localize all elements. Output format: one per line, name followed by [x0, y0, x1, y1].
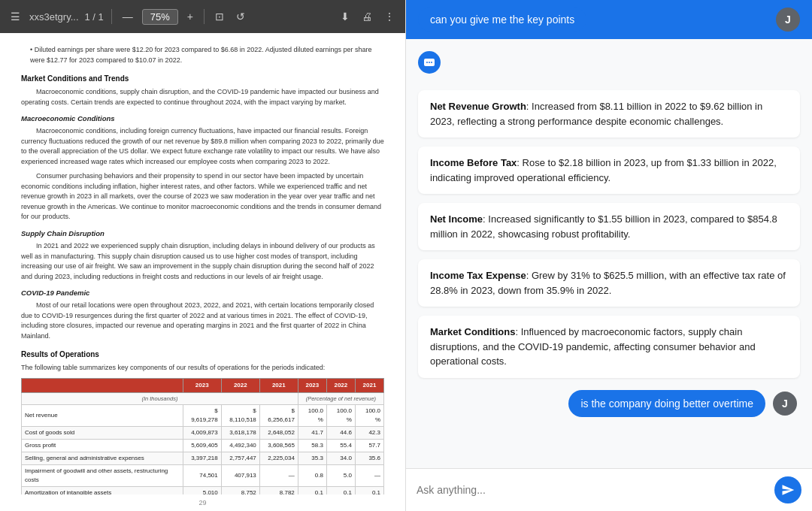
pdf-subsection3-heading: COVID-19 Pandemic: [21, 288, 384, 298]
table-cell: —: [259, 465, 298, 487]
response-point: Market Conditions: Influenced by macroec…: [418, 316, 800, 378]
chat-header: can you give me the key points J: [406, 0, 812, 39]
table-cell: Net revenue: [22, 405, 183, 427]
svg-rect-2: [429, 62, 430, 63]
table-subheader-right: (Percentage of net revenue): [298, 392, 383, 404]
table-cell: 100.0 %: [326, 405, 355, 427]
pdf-subsection2-heading: Supply Chain Disruption: [21, 228, 384, 239]
table-cell: 0.8: [298, 465, 326, 487]
pdf-panel: ☰ xxs3etgry... 1 / 1 — 75% + ⊡ ↺ ⬇ 🖨 ⋮ •…: [0, 0, 406, 511]
table-cell: 8,782: [259, 487, 298, 495]
table-row: Amortization of intangible assets5,0108,…: [22, 487, 384, 495]
table-header-2023b: 2023: [298, 378, 326, 392]
table-header-2021b: 2021: [355, 378, 383, 392]
table-cell: 0.1: [326, 487, 355, 495]
chat-messages: Net Revenue Growth: Increased from $8.11…: [406, 39, 812, 468]
chat-input[interactable]: [417, 484, 768, 496]
pdf-section1-para: Macroeconomic conditions, supply chain d…: [21, 87, 384, 107]
assistant-icon: [418, 51, 441, 74]
download-button[interactable]: ⬇: [338, 9, 353, 24]
table-cell: Impairment of goodwill and other assets,…: [22, 465, 183, 487]
pdf-section2-heading: Results of Operations: [21, 349, 384, 360]
table-row: Impairment of goodwill and other assets,…: [22, 465, 384, 487]
pdf-content: • Diluted earnings per share were $12.20…: [0, 33, 405, 494]
table-cell: Gross profit: [22, 440, 183, 452]
zoom-level[interactable]: 75%: [142, 9, 178, 25]
svg-rect-1: [426, 62, 428, 63]
send-button[interactable]: [774, 476, 801, 503]
menu-icon[interactable]: ☰: [8, 9, 23, 24]
table-cell: 57.7: [355, 440, 383, 452]
pdf-title: xxs3etgry...: [29, 11, 79, 23]
response-point: Net Income: Increased significantly to $…: [418, 203, 800, 250]
user-avatar2: J: [773, 392, 797, 416]
user-avatar1: J: [776, 8, 800, 32]
table-header-2023a: 2023: [183, 378, 221, 392]
table-cell: 2,648,052: [259, 427, 298, 440]
table-header-2022b: 2022: [326, 378, 355, 392]
pdf-subsection3-para: Most of our retail locations were open t…: [21, 301, 384, 341]
chat-panel: can you give me the key points J Net Rev…: [406, 0, 812, 511]
response-point: Income Tax Expense: Grew by 31% to $625.…: [418, 259, 800, 307]
chat-input-row: [406, 468, 812, 511]
more-button[interactable]: ⋮: [381, 9, 398, 24]
pdf-page-number: 29: [0, 494, 405, 511]
table-row: Selling, general and administrative expe…: [22, 452, 384, 465]
table-cell: 3,397,218: [183, 452, 221, 465]
assistant-icon-row: [418, 51, 800, 78]
table-cell: 74,501: [183, 465, 221, 487]
table-cell: 58.3: [298, 440, 326, 452]
zoom-in-button[interactable]: +: [184, 9, 196, 24]
table-cell: 100.0 %: [298, 405, 326, 427]
table-cell: Amortization of intangible assets: [22, 487, 183, 495]
table-cell: 44.6: [326, 427, 355, 440]
table-cell: 35.3: [298, 452, 326, 465]
fit-button[interactable]: ⊡: [212, 9, 227, 24]
table-cell: 0.1: [355, 487, 383, 495]
table-cell: —: [355, 465, 383, 487]
table-cell: 100.0 %: [355, 405, 383, 427]
pdf-subsection1-para1: Macroeconomic conditions, including fore…: [21, 126, 384, 167]
response-point: Income Before Tax: Rose to $2.18 billion…: [418, 147, 800, 194]
response-point: Net Revenue Growth: Increased from $8.11…: [418, 90, 800, 138]
table-cell: 0.1: [298, 487, 326, 495]
pdf-table-intro: The following table summarizes key compo…: [21, 363, 384, 373]
table-header-2022a: 2022: [221, 378, 259, 392]
table-cell: 34.0: [326, 452, 355, 465]
pdf-bullet-text: • Diluted earnings per share were $12.20…: [21, 45, 384, 65]
table-cell: 42.3: [355, 427, 383, 440]
table-row: Gross profit5,609,4054,492,3403,608,5655…: [22, 440, 384, 452]
pdf-subsection2-para: In 2021 and 2022 we experienced supply c…: [21, 241, 384, 282]
table-cell: 2,757,447: [221, 452, 259, 465]
table-cell: 55.4: [326, 440, 355, 452]
user-query1-bubble: can you give me the key points: [418, 8, 586, 32]
toolbar-separator2: [204, 9, 205, 24]
toolbar-separator: [111, 9, 112, 24]
table-cell: $ 6,256,617: [259, 405, 298, 427]
table-cell: 407,913: [221, 465, 259, 487]
table-cell: 35.6: [355, 452, 383, 465]
table-cell: 5,609,405: [183, 440, 221, 452]
zoom-out-button[interactable]: —: [120, 9, 136, 24]
table-cell: 5,010: [183, 487, 221, 495]
user-message-row2: is the company doing better overtime J: [418, 390, 800, 417]
chat-response-block: Net Revenue Growth: Increased from $8.11…: [418, 90, 800, 378]
table-cell: Selling, general and administrative expe…: [22, 452, 183, 465]
table-cell: 8,752: [221, 487, 259, 495]
table-subheader-left: (In thousands): [22, 392, 298, 404]
table-cell: 3,608,565: [259, 440, 298, 452]
rotate-button[interactable]: ↺: [233, 9, 248, 24]
table-cell: $ 9,619,278: [183, 405, 221, 427]
table-cell: 4,009,873: [183, 427, 221, 440]
pdf-pages: 1 / 1: [85, 11, 104, 23]
table-header-empty: [22, 378, 183, 392]
pdf-subsection1-para2: Consumer purchasing behaviors and their …: [21, 171, 384, 222]
svg-rect-3: [431, 62, 432, 63]
table-header-2021a: 2021: [259, 378, 298, 392]
pdf-toolbar: ☰ xxs3etgry... 1 / 1 — 75% + ⊡ ↺ ⬇ 🖨 ⋮: [0, 0, 405, 33]
user-query2-bubble: is the company doing better overtime: [568, 390, 765, 417]
table-row: Cost of goods sold4,009,8733,618,1782,64…: [22, 427, 384, 440]
pdf-section1-heading: Market Conditions and Trends: [21, 73, 384, 84]
table-cell: 5.0: [326, 465, 355, 487]
print-button[interactable]: 🖨: [359, 9, 375, 24]
